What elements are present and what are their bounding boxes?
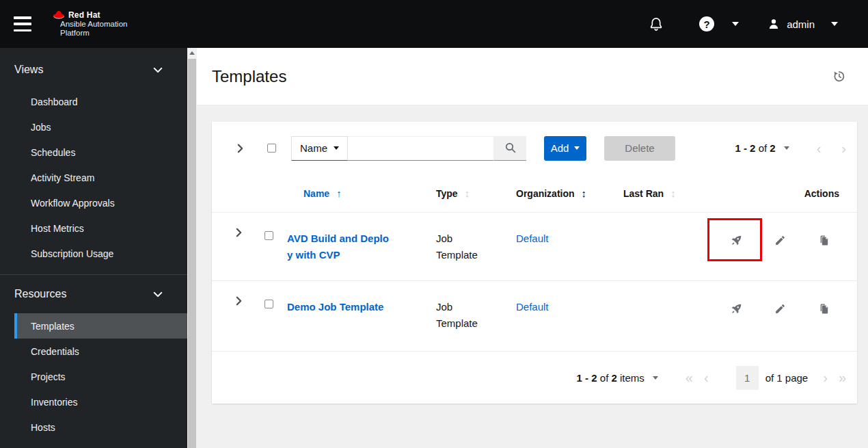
copy-template-button[interactable] [808,297,839,320]
sidebar-item-dashboard[interactable]: Dashboard [14,89,187,114]
pagination-options-caret-icon[interactable] [784,146,789,150]
table-row: Demo Job Template Job Template Default [212,280,857,351]
filter-type-select[interactable]: Name [291,136,348,161]
expand-all-toggle[interactable] [223,144,257,153]
brand-line-2: Ansible Automation [60,20,127,28]
select-caret-icon [334,146,339,150]
page-title: Templates [212,67,286,86]
nav-group-resources-toggle[interactable]: Resources [14,283,187,305]
sidebar-item-host-metrics[interactable]: Host Metrics [14,215,187,241]
last-page-button[interactable]: » [839,371,846,384]
sort-ascending-icon[interactable]: ↑ [336,187,342,199]
question-circle-icon: ? [699,16,714,31]
prev-page-button[interactable]: ‹ [817,142,822,155]
row-expand-button[interactable] [236,228,242,237]
scrollbar-up-arrow-icon[interactable] [189,51,195,55]
launch-template-button[interactable] [720,228,752,252]
launch-template-button[interactable] [720,297,752,320]
column-header-name[interactable]: Name ↑ [287,187,420,199]
column-header-type[interactable]: Type ↕ [420,187,500,199]
sidebar-item-schedules[interactable]: Schedules [14,140,187,165]
sidebar-item-projects[interactable]: Projects [14,364,187,389]
current-page-input[interactable] [736,366,759,390]
page-count-label: of 1 page [765,372,809,384]
last-ran-cell [607,281,709,299]
sidebar-scrollbar[interactable] [187,48,197,448]
column-header-type-label: Type [436,188,458,199]
row-checkbox[interactable] [265,300,273,308]
list-toolbar: Name Add Delete 1 - 2 of [212,122,857,174]
nav-toggle-hamburger-icon[interactable] [14,16,31,31]
history-icon [832,70,845,83]
sidebar-item-activity-stream[interactable]: Activity Stream [14,165,187,190]
copy-icon [818,303,830,315]
pencil-icon [774,303,786,315]
edit-template-button[interactable] [764,297,796,320]
notifications-button[interactable] [649,16,664,32]
history-button[interactable] [832,70,845,83]
add-button[interactable]: Add [544,136,586,161]
column-header-organization[interactable]: Organization ↕ [500,187,607,199]
pagination-of: of [759,142,768,154]
help-menu[interactable]: ? [699,16,739,31]
sidebar-item-templates[interactable]: Templates [14,313,187,339]
column-header-last-ran[interactable]: Last Ran ↕ [607,187,709,199]
items-total: 2 [611,372,616,384]
templates-list-card: Name Add Delete 1 - 2 of [212,122,857,404]
sidebar-item-workflow-approvals[interactable]: Workflow Approvals [14,190,187,215]
brand-line-1: Red Hat [68,10,100,20]
sort-icon[interactable]: ↕ [670,187,676,199]
sidebar-item-hosts[interactable]: Hosts [14,414,187,440]
user-menu[interactable]: admin [768,18,838,30]
type-value: Job Template [436,230,487,263]
name-cell: AVD Build and Deploy with CVP [287,213,420,263]
filter-type-selected-label: Name [300,142,327,154]
select-all-checkbox[interactable] [267,144,276,153]
pencil-icon [774,235,786,246]
sort-icon[interactable]: ↕ [465,187,470,199]
per-page-caret-icon[interactable] [653,376,658,380]
copy-icon [818,235,830,246]
sidebar-item-credentials[interactable]: Credentials [14,339,187,364]
main-content: Templates Name [197,48,868,448]
prev-page-button[interactable]: ‹ [704,371,709,384]
column-header-name-label: Name [303,188,329,199]
chevron-down-icon [153,67,163,73]
column-header-last-ran-label: Last Ran [623,188,664,199]
organization-link[interactable]: Default [516,301,549,313]
organization-link[interactable]: Default [516,233,549,244]
nav-section-views: Views Dashboard Jobs Schedules Activity … [0,48,187,266]
row-checkbox[interactable] [265,231,273,240]
next-page-button[interactable]: › [823,371,828,384]
search-button[interactable] [494,136,526,161]
rocket-icon [731,235,742,246]
search-input[interactable] [348,136,494,161]
username-label: admin [787,18,815,30]
first-page-button[interactable]: « [686,371,693,384]
organization-cell: Default [500,213,607,247]
sidebar-item-subscription-usage[interactable]: Subscription Usage [14,241,187,266]
column-header-actions-label: Actions [804,188,839,199]
user-icon [768,18,780,30]
row-expand-button[interactable] [236,296,242,306]
next-page-button[interactable]: › [841,142,846,155]
delete-button[interactable]: Delete [604,136,675,161]
type-value: Job Template [436,299,487,332]
help-caret-icon [732,22,739,26]
template-name-link[interactable]: AVD Build and Deploy with CVP [287,230,391,263]
nav-group-views-toggle[interactable]: Views [14,59,187,81]
pagination-range-text: 1 - 2 of 2 [735,142,775,154]
sidebar-item-jobs[interactable]: Jobs [14,114,187,140]
items-of: of [600,372,609,384]
nav-group-resources-label: Resources [14,288,66,300]
template-name-link[interactable]: Demo Job Template [287,299,383,315]
sidebar-nav: Views Dashboard Jobs Schedules Activity … [0,48,187,448]
copy-template-button[interactable] [808,228,839,252]
organization-cell: Default [500,281,607,315]
sidebar-item-inventories[interactable]: Inventories [14,389,187,414]
bottom-pagination: 1 - 2 of 2 items « ‹ of 1 page › » [212,351,857,404]
content-area: Name Add Delete 1 - 2 of [197,105,868,404]
sort-icon[interactable]: ↕ [582,187,587,199]
edit-template-button[interactable] [764,228,796,252]
scrollbar-thumb[interactable] [188,59,196,448]
